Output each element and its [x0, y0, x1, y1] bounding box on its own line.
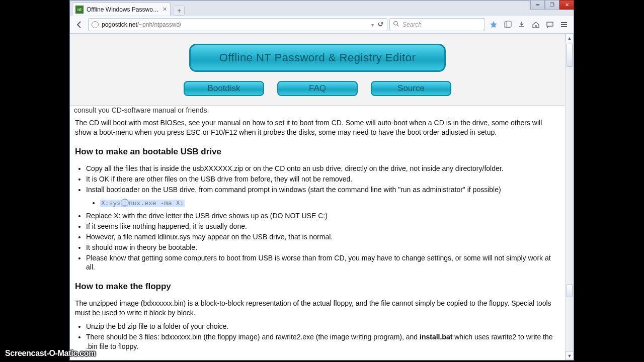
favicon-icon: nt	[75, 6, 84, 14]
truncated-line: consult you CD-software manual or friend…	[70, 106, 565, 114]
list-item: However, a file named ldlinux.sys may ap…	[86, 232, 560, 242]
list-item: Copy all the files that is inside the us…	[86, 164, 560, 173]
code-list-item: X:sysnux.exe -ma X:	[100, 197, 560, 208]
address-bar[interactable]: pogostick.net/~pnh/ntpasswd/ ▾	[88, 18, 387, 31]
home-icon[interactable]	[529, 18, 542, 31]
page-viewport: Offline NT Password & Registry Editor Bo…	[70, 34, 574, 360]
list-item: Unzip the bd zip file to a folder of you…	[86, 322, 560, 331]
nav-bootdisk[interactable]: Bootdisk	[184, 81, 264, 96]
search-icon	[393, 21, 399, 29]
search-placeholder: Search	[403, 21, 422, 28]
code-command[interactable]: X:sysnux.exe -ma X:	[100, 200, 185, 207]
downloads-icon[interactable]	[515, 18, 528, 31]
bookmark-star-icon[interactable]	[487, 18, 500, 31]
search-bar[interactable]: Search	[389, 18, 485, 31]
list-item: If it seems like nothing happened, it is…	[86, 222, 560, 231]
heading-usb: How to make an bootable USB drive	[75, 146, 560, 158]
nav-faq[interactable]: FAQ	[277, 81, 358, 96]
site-header: Offline NT Password & Registry Editor Bo…	[70, 34, 565, 106]
browser-window: ━ ❐ ✕ nt Offline Windows Password... ✕ +…	[69, 0, 574, 360]
paragraph: The unzipped image (bdxxxxxx.bin) is a b…	[75, 299, 560, 318]
list-item: Please know that getting some computers …	[86, 253, 560, 273]
site-identity-icon[interactable]	[92, 21, 99, 28]
text-cursor-icon	[121, 199, 129, 207]
floppy-list: Unzip the bd zip file to a folder of you…	[86, 322, 560, 351]
vertical-scrollbar[interactable]: ▲ ▼	[565, 34, 574, 360]
navigation-toolbar: pogostick.net/~pnh/ntpasswd/ ▾ Search	[70, 16, 574, 34]
scroll-down-icon[interactable]: ▼	[566, 351, 574, 360]
tab-title: Offline Windows Password...	[87, 6, 160, 13]
close-window-button[interactable]: ✕	[559, 0, 574, 10]
back-button[interactable]	[73, 18, 86, 31]
scroll-thumb-header[interactable]	[567, 44, 573, 67]
heading-floppy: How to make the floppy	[75, 281, 560, 293]
tab-close-icon[interactable]: ✕	[163, 6, 167, 13]
list-item: Replace X: with the drive letter the USB…	[86, 211, 560, 221]
site-title: Offline NT Password & Registry Editor	[189, 44, 446, 72]
watermark: Screencast-O-Matic.com	[5, 349, 96, 358]
reload-button[interactable]	[377, 21, 384, 29]
nav-source[interactable]: Source	[371, 81, 451, 96]
usb-list: Copy all the files that is inside the us…	[86, 164, 560, 273]
list-item: Install bootloader on the USB drive, fro…	[86, 185, 560, 195]
tab-strip: nt Offline Windows Password... ✕ +	[70, 1, 574, 16]
new-tab-button[interactable]: +	[174, 6, 185, 16]
list-item: It is OK if there are other files on the…	[86, 174, 560, 184]
history-dropdown-icon[interactable]: ▾	[371, 22, 374, 28]
list-item: There should be 3 files: bdxxxxxx.bin (t…	[86, 332, 560, 351]
menu-icon[interactable]	[557, 18, 571, 31]
maximize-button[interactable]: ❐	[545, 0, 559, 10]
svg-line-1	[397, 25, 398, 26]
page-content: The CD will boot with most BIOSes, see y…	[70, 118, 565, 360]
scroll-up-icon[interactable]: ▲	[566, 34, 574, 42]
paragraph: The CD will boot with most BIOSes, see y…	[75, 118, 560, 137]
list-item: It should now in theory be bootable.	[86, 243, 560, 252]
reading-list-icon[interactable]	[501, 18, 514, 31]
minimize-button[interactable]: ━	[530, 0, 545, 10]
url-text: pogostick.net/~pnh/ntpasswd/	[102, 21, 368, 28]
svg-point-0	[394, 22, 397, 25]
scroll-thumb[interactable]	[567, 284, 573, 297]
chat-icon[interactable]	[543, 18, 556, 31]
browser-tab[interactable]: nt Offline Windows Password... ✕	[72, 3, 171, 16]
svg-rect-3	[506, 21, 511, 27]
